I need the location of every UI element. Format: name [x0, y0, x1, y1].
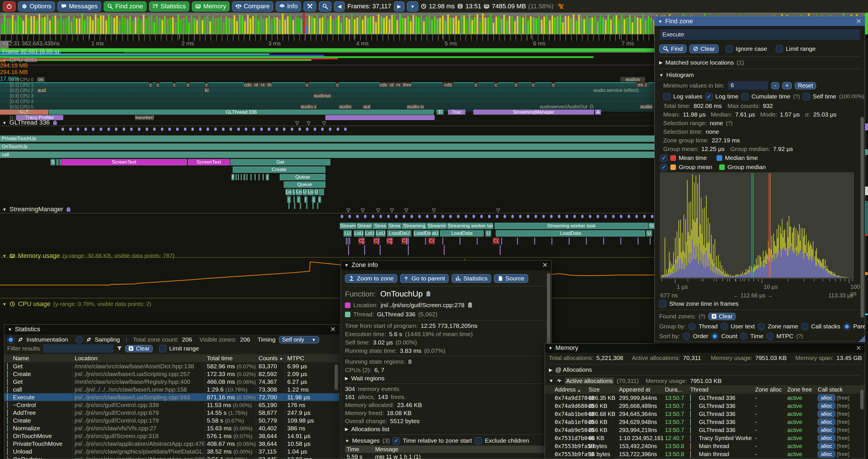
- min-bin-input[interactable]: 6: [727, 81, 768, 90]
- frame-bar[interactable]: [594, 16, 596, 34]
- wait-regions-section[interactable]: Wait regions: [351, 375, 384, 382]
- frame-bar[interactable]: [576, 21, 577, 34]
- bin-minus-button[interactable]: -: [771, 82, 779, 89]
- log-values-checkbox[interactable]: [663, 93, 671, 100]
- timeline-zone[interactable]: Queue: [280, 174, 326, 180]
- collapse-icon[interactable]: ▼: [8, 327, 12, 332]
- frame-bar[interactable]: [346, 18, 347, 34]
- frame-bar[interactable]: [511, 17, 513, 34]
- memory-usage-header[interactable]: ▼Memory usage(y-range: 30.88 KB, visible…: [2, 252, 175, 260]
- sample-dot[interactable]: [558, 215, 560, 218]
- frame-bar[interactable]: [488, 17, 489, 34]
- frame-bar[interactable]: [629, 15, 631, 34]
- frame-bar[interactable]: [527, 21, 529, 34]
- timeline-zone[interactable]: [241, 174, 242, 180]
- frame-bar[interactable]: [234, 15, 235, 34]
- sample-dot[interactable]: [581, 215, 584, 218]
- messages-button[interactable]: Messages: [57, 1, 101, 11]
- allocation-row[interactable]: 0x7553b9fa508 bytes153,492,240ns 13:50.8…: [545, 442, 865, 450]
- frame-bar[interactable]: [308, 15, 310, 34]
- frame-bar[interactable]: [194, 18, 195, 34]
- frame-bar[interactable]: [100, 15, 102, 34]
- frame-bar[interactable]: [501, 19, 502, 34]
- frame-bar[interactable]: [311, 17, 313, 34]
- matched-source-locations-section[interactable]: Matched source locations: [665, 59, 734, 66]
- timeline-zone[interactable]: OnTouchUp: [0, 143, 654, 150]
- col-total-time[interactable]: Total time: [204, 355, 256, 362]
- frame-bar[interactable]: [597, 21, 598, 34]
- cpu-chip[interactable]: cds: [442, 83, 454, 87]
- timeline-zone[interactable]: U: [292, 189, 295, 195]
- sample-dot[interactable]: [519, 215, 522, 218]
- cpu-chip[interactable]: aut: [363, 104, 371, 109]
- timeline-zone[interactable]: C(: [493, 238, 499, 244]
- frame-bar[interactable]: [624, 19, 625, 34]
- message-row[interactable]: 5.59 smip 11 w 1 h 1 (1): [345, 453, 547, 459]
- timeline-zone[interactable]: ScreenText: [188, 159, 230, 165]
- found-zone-row[interactable]: ▶Create(54,131) 643.34 ms: [659, 341, 860, 342]
- next-frame-button[interactable]: ▶: [394, 1, 404, 11]
- frame-bar[interactable]: [301, 19, 302, 34]
- sample-dot[interactable]: [275, 127, 278, 131]
- frame-bar[interactable]: [375, 22, 377, 34]
- frame-bar[interactable]: [55, 15, 56, 34]
- frame-bar[interactable]: [549, 21, 551, 34]
- frame-bar[interactable]: [25, 14, 27, 34]
- sampling-radio[interactable]: [75, 336, 83, 343]
- timeline-zone[interactable]: |~: [305, 196, 307, 203]
- frame-bar[interactable]: [49, 21, 51, 34]
- frame-bar[interactable]: [22, 21, 24, 34]
- timeline-zone[interactable]: Loa: [296, 189, 302, 195]
- timeline-zone[interactable]: LoadDa: [413, 230, 431, 236]
- cumulate-time-checkbox[interactable]: [741, 93, 748, 100]
- frame-bar[interactable]: [538, 15, 540, 34]
- frame-bar[interactable]: [565, 16, 566, 34]
- frame-bar[interactable]: [642, 14, 644, 34]
- sample-dot[interactable]: [77, 127, 79, 131]
- frame-bar[interactable]: [292, 20, 294, 34]
- frame-bar[interactable]: [544, 17, 545, 34]
- alloc-callstack-button[interactable]: alloc: [818, 402, 835, 409]
- allocation-row[interactable]: 0x74ab9e5040256 KB293,994,219ns 13:50.7 …: [545, 426, 865, 434]
- sample-dot[interactable]: [449, 215, 452, 218]
- frame-bar[interactable]: [490, 14, 492, 34]
- frame-bar[interactable]: [455, 16, 457, 34]
- sample-dot[interactable]: [283, 127, 285, 131]
- frame-bar[interactable]: [153, 22, 155, 34]
- frame-bar[interactable]: [209, 21, 211, 34]
- frame-bar[interactable]: [148, 17, 150, 34]
- message-marker-icon[interactable]: ▽: [295, 120, 299, 126]
- timeline-zone[interactable]: (: [312, 196, 315, 203]
- frame-bar[interactable]: [522, 17, 524, 34]
- sample-dot[interactable]: [643, 215, 646, 218]
- timeline-zone[interactable]: LoU: [354, 230, 364, 236]
- sample-dot[interactable]: [61, 127, 64, 131]
- frame-bar[interactable]: [365, 16, 366, 34]
- find-button[interactable]: Find: [659, 44, 686, 53]
- frame-bar[interactable]: [645, 20, 647, 34]
- frame-bar[interactable]: [586, 15, 588, 34]
- sample-dot[interactable]: [299, 127, 301, 131]
- group-mean-checkbox[interactable]: ✓: [660, 164, 668, 171]
- frame-bar[interactable]: [383, 18, 385, 34]
- timeline-zone[interactable]: [56, 159, 59, 165]
- col-5[interactable]: Zone alloc: [755, 386, 787, 393]
- cpu-chip[interactable]: audio.se: [301, 104, 316, 109]
- sample-dot[interactable]: [115, 127, 118, 131]
- frame-bar[interactable]: [102, 15, 104, 34]
- frame-bar[interactable]: [236, 21, 238, 34]
- message-marker-icon[interactable]: ▽: [376, 207, 380, 213]
- frame-bar[interactable]: [242, 15, 243, 34]
- histogram-section[interactable]: Histogram: [666, 71, 694, 78]
- frame-bar[interactable]: [453, 18, 455, 34]
- timeline-zone[interactable]: Get: [230, 159, 330, 165]
- frame-bar[interactable]: [127, 19, 128, 34]
- frame-bar[interactable]: [476, 14, 478, 34]
- sample-dot[interactable]: [199, 127, 202, 131]
- compare-button[interactable]: Compare: [232, 1, 273, 11]
- frame-bar[interactable]: [319, 19, 321, 34]
- frame-bar[interactable]: [434, 16, 436, 34]
- frame-bar[interactable]: [429, 15, 430, 34]
- timeline-zone[interactable]: (: [266, 174, 269, 180]
- close-icon[interactable]: ✕: [856, 344, 861, 352]
